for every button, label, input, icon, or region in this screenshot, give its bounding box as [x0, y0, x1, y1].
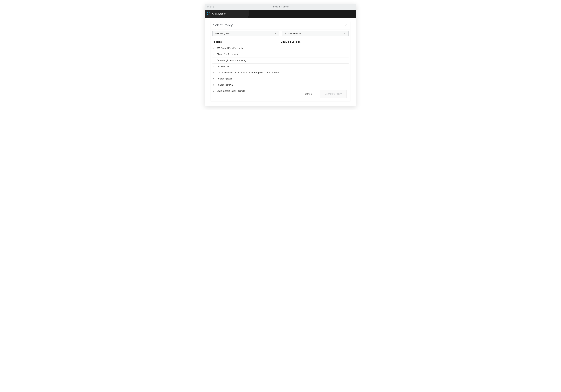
policy-label: Header injection [217, 78, 233, 80]
panel-header: Select Policy [211, 21, 350, 30]
policy-label: Header Removal [217, 84, 233, 86]
chevron-right-icon [213, 90, 217, 92]
policy-label: OAuth 2.0 access token enforcement using… [217, 72, 280, 74]
chevron-down-icon [275, 32, 276, 35]
panel-title: Select Policy [213, 23, 233, 27]
window-maximize-dot[interactable] [213, 6, 214, 8]
policy-row[interactable]: Detokenization [213, 63, 348, 70]
category-select[interactable]: All Catergories [213, 31, 279, 36]
policy-label: Client ID enforcement [217, 53, 238, 56]
content-area: Select Policy All Catergories All Mule V… [205, 18, 356, 106]
close-icon[interactable] [344, 24, 347, 26]
mulesoft-logo-icon [207, 12, 210, 16]
window-close-dot[interactable] [207, 6, 209, 8]
configure-policy-button: Configure Policy [320, 90, 346, 98]
policy-row[interactable]: AM Control Panel Validation [213, 45, 348, 51]
mule-version-select-value: All Mule Versions [285, 32, 302, 35]
app-header-title: API Manager [212, 12, 226, 15]
policy-list: AM Control Panel Validation Client ID en… [211, 45, 350, 94]
chevron-right-icon [213, 84, 217, 86]
configure-policy-button-label: Configure Policy [325, 93, 342, 95]
policy-row[interactable]: Header injection [213, 76, 348, 82]
cancel-button-label: Cancel [305, 93, 312, 95]
chevron-right-icon [213, 54, 217, 55]
chevron-right-icon [213, 60, 217, 61]
column-policies: Policies [213, 41, 280, 43]
window-minimize-dot[interactable] [210, 6, 212, 8]
filters-row: All Catergories All Mule Versions [211, 30, 350, 38]
chevron-down-icon [344, 32, 346, 35]
cancel-button[interactable]: Cancel [300, 90, 317, 98]
table-header: Policies Min Mule Version [211, 38, 350, 45]
chevron-right-icon [213, 66, 217, 67]
chevron-right-icon [213, 48, 217, 49]
mule-version-select[interactable]: All Mule Versions [282, 31, 348, 36]
category-select-value: All Catergories [215, 32, 230, 35]
policy-label: AM Control Panel Validation [217, 47, 244, 50]
policy-label: Basic authentication - Simple [217, 90, 245, 92]
window-title: Anypoint Platform [205, 6, 356, 8]
policy-row[interactable]: OAuth 2.0 access token enforcement using… [213, 70, 348, 76]
column-min-mule-version: Min Mule Version [280, 41, 348, 43]
chevron-right-icon [213, 78, 217, 80]
chevron-right-icon [213, 72, 217, 73]
policy-label: Cross-Origin resource sharing [217, 59, 246, 62]
window-controls [205, 6, 214, 8]
svg-marker-0 [207, 12, 210, 15]
policy-label: Detokenization [217, 65, 231, 68]
policy-row[interactable]: Client ID enforcement [213, 51, 348, 57]
app-header: API Manager [205, 10, 356, 18]
policy-row[interactable]: Cross-Origin resource sharing [213, 57, 348, 63]
select-policy-panel: Select Policy All Catergories All Mule V… [211, 21, 350, 101]
window-titlebar: Anypoint Platform [205, 4, 356, 10]
policy-row[interactable]: Header Removal [213, 82, 348, 88]
app-window: Anypoint Platform API Manager Select Pol… [205, 4, 356, 106]
